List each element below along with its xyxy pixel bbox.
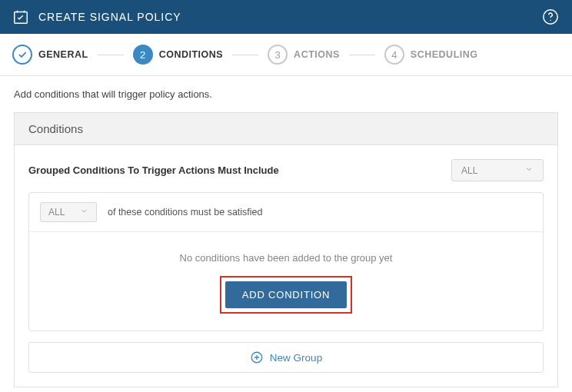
condition-group: ALL of these conditions must be satisfie… [28,192,544,331]
plus-circle-icon [250,350,264,364]
wizard-stepper: GENERAL 2 CONDITIONS 3 ACTIONS 4 SCHEDUL… [0,34,572,76]
policy-icon [12,8,29,25]
select-value: ALL [48,207,65,218]
trigger-mode-select[interactable]: ALL [451,159,544,181]
trigger-label: Grouped Conditions To Trigger Actions Mu… [28,164,279,176]
group-header: ALL of these conditions must be satisfie… [29,193,543,232]
step-label: ACTIONS [294,49,340,60]
step-connector [232,55,258,55]
help-icon[interactable] [541,8,560,26]
step-actions[interactable]: 3 ACTIONS [268,45,340,65]
empty-state-text: No conditions have been added to the gro… [40,252,532,264]
new-group-label: New Group [270,352,322,364]
step-general[interactable]: GENERAL [12,45,88,65]
step-conditions[interactable]: 2 CONDITIONS [133,45,223,65]
panel-title: Conditions [15,113,557,145]
intro-text: Add conditions that will trigger policy … [14,88,558,100]
step-scheduling[interactable]: 4 SCHEDULING [384,45,478,65]
page-body: Add conditions that will trigger policy … [0,76,572,392]
step-label: CONDITIONS [159,49,223,60]
group-mode-text: of these conditions must be satisfied [108,207,263,218]
select-value: ALL [461,165,477,176]
step-label: GENERAL [38,49,88,60]
panel-body: Grouped Conditions To Trigger Actions Mu… [15,145,557,387]
conditions-panel: Conditions Grouped Conditions To Trigger… [14,112,558,387]
highlight-marker: ADD CONDITION [220,276,352,314]
app-header: CREATE SIGNAL POLICY [0,0,572,34]
check-icon [12,45,32,65]
step-number: 4 [384,45,404,65]
group-mode-select[interactable]: ALL [40,202,97,222]
add-condition-button[interactable]: ADD CONDITION [225,281,347,308]
step-number: 2 [133,45,153,65]
chevron-down-icon [524,164,534,176]
step-number: 3 [268,45,288,65]
trigger-row: Grouped Conditions To Trigger Actions Mu… [28,159,544,181]
step-connector [349,55,375,55]
group-body: No conditions have been added to the gro… [29,232,543,331]
svg-point-2 [550,20,550,21]
step-label: SCHEDULING [411,49,478,60]
header-title: CREATE SIGNAL POLICY [38,11,541,23]
chevron-down-icon [80,207,88,218]
new-group-button[interactable]: New Group [28,342,544,373]
step-connector [98,55,124,55]
